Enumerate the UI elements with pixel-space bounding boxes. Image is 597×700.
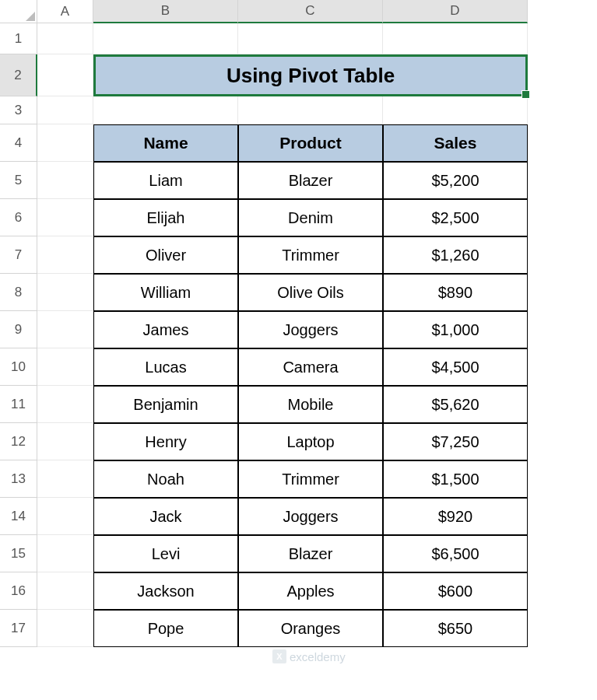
cell-A6[interactable] (37, 199, 93, 236)
table-row[interactable]: $600 (383, 572, 528, 610)
cell-A12[interactable] (37, 423, 93, 460)
watermark-text: exceldemy (290, 650, 346, 663)
row-header-6[interactable]: 6 (0, 199, 37, 236)
cell-A15[interactable] (37, 535, 93, 572)
table-row[interactable]: $1,000 (383, 311, 528, 348)
col-header-B[interactable]: B (93, 0, 238, 23)
table-row[interactable]: $890 (383, 274, 528, 311)
cell-A13[interactable] (37, 460, 93, 498)
row-header-1[interactable]: 1 (0, 23, 37, 54)
table-row[interactable]: Mobile (238, 386, 383, 423)
cell-A16[interactable] (37, 572, 93, 610)
table-row[interactable]: $5,200 (383, 162, 528, 199)
svg-text:X: X (276, 652, 283, 661)
table-row[interactable]: $6,500 (383, 535, 528, 572)
row-header-17[interactable]: 17 (0, 610, 37, 647)
row-header-12[interactable]: 12 (0, 423, 37, 460)
cell-A10[interactable] (37, 348, 93, 386)
row-header-16[interactable]: 16 (0, 572, 37, 610)
svg-rect-0 (272, 649, 286, 663)
cell-A17[interactable] (37, 610, 93, 647)
table-row[interactable]: Jackson (93, 572, 238, 610)
table-row[interactable]: Blazer (238, 535, 383, 572)
table-row[interactable]: Liam (93, 162, 238, 199)
cell-C3[interactable] (238, 96, 383, 124)
row-header-4[interactable]: 4 (0, 124, 37, 162)
table-row[interactable]: Henry (93, 423, 238, 460)
row-header-7[interactable]: 7 (0, 236, 37, 274)
cell-C1[interactable] (238, 23, 383, 54)
table-row[interactable]: Joggers (238, 498, 383, 535)
row-header-10[interactable]: 10 (0, 348, 37, 386)
cell-A2[interactable] (37, 54, 93, 96)
cell-A3[interactable] (37, 96, 93, 124)
col-header-C[interactable]: C (238, 0, 383, 23)
cell-B1[interactable] (93, 23, 238, 54)
table-row[interactable]: Pope (93, 610, 238, 647)
table-row[interactable]: Laptop (238, 423, 383, 460)
table-row[interactable]: William (93, 274, 238, 311)
cell-A11[interactable] (37, 386, 93, 423)
select-all-corner[interactable] (0, 0, 37, 23)
table-row[interactable]: Elijah (93, 199, 238, 236)
cell-B3[interactable] (93, 96, 238, 124)
table-row[interactable]: Oliver (93, 236, 238, 274)
table-row[interactable]: $920 (383, 498, 528, 535)
table-row[interactable]: $4,500 (383, 348, 528, 386)
cell-D3[interactable] (383, 96, 528, 124)
cell-A8[interactable] (37, 274, 93, 311)
col-header-D[interactable]: D (383, 0, 528, 23)
table-header-product[interactable]: Product (238, 124, 383, 162)
spreadsheet-grid: A B C D 1 2 Using Pivot Table 3 4 Name P… (0, 0, 597, 647)
row-header-3[interactable]: 3 (0, 96, 37, 124)
cell-A5[interactable] (37, 162, 93, 199)
table-row[interactable]: Trimmer (238, 460, 383, 498)
table-row[interactable]: Levi (93, 535, 238, 572)
table-row[interactable]: James (93, 311, 238, 348)
row-header-8[interactable]: 8 (0, 274, 37, 311)
row-header-9[interactable]: 9 (0, 311, 37, 348)
cell-A9[interactable] (37, 311, 93, 348)
row-header-13[interactable]: 13 (0, 460, 37, 498)
table-row[interactable]: Denim (238, 199, 383, 236)
row-header-2[interactable]: 2 (0, 54, 37, 96)
table-header-name[interactable]: Name (93, 124, 238, 162)
cell-A4[interactable] (37, 124, 93, 162)
table-row[interactable]: $1,260 (383, 236, 528, 274)
row-header-14[interactable]: 14 (0, 498, 37, 535)
table-row[interactable]: Blazer (238, 162, 383, 199)
title-cell[interactable]: Using Pivot Table (93, 54, 528, 96)
table-row[interactable]: Olive Oils (238, 274, 383, 311)
table-header-sales[interactable]: Sales (383, 124, 528, 162)
col-header-A[interactable]: A (37, 0, 93, 23)
cell-A14[interactable] (37, 498, 93, 535)
table-row[interactable]: Oranges (238, 610, 383, 647)
table-row[interactable]: $1,500 (383, 460, 528, 498)
row-header-11[interactable]: 11 (0, 386, 37, 423)
table-row[interactable]: Joggers (238, 311, 383, 348)
cell-A1[interactable] (37, 23, 93, 54)
table-row[interactable]: Trimmer (238, 236, 383, 274)
table-row[interactable]: Lucas (93, 348, 238, 386)
table-row[interactable]: $2,500 (383, 199, 528, 236)
watermark: X exceldemy (272, 649, 346, 663)
table-row[interactable]: Noah (93, 460, 238, 498)
table-row[interactable]: Apples (238, 572, 383, 610)
excel-icon: X (272, 649, 286, 663)
table-row[interactable]: Jack (93, 498, 238, 535)
row-header-15[interactable]: 15 (0, 535, 37, 572)
table-row[interactable]: Benjamin (93, 386, 238, 423)
cell-D1[interactable] (383, 23, 528, 54)
table-row[interactable]: Camera (238, 348, 383, 386)
row-header-5[interactable]: 5 (0, 162, 37, 199)
cell-A7[interactable] (37, 236, 93, 274)
table-row[interactable]: $5,620 (383, 386, 528, 423)
table-row[interactable]: $7,250 (383, 423, 528, 460)
table-row[interactable]: $650 (383, 610, 528, 647)
